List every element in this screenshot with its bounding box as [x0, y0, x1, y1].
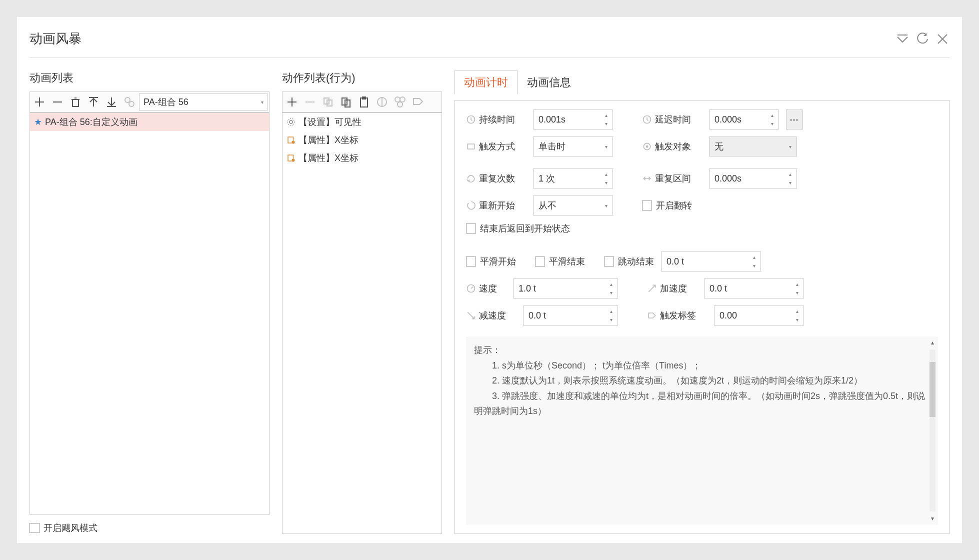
anim-toolbar: PA-组合 56 ▾: [30, 92, 270, 112]
action-copy-button: [320, 94, 336, 110]
move-up-button[interactable]: [85, 94, 102, 110]
bounce-end-checkbox[interactable]: 跳动结束: [604, 256, 654, 268]
spin-down[interactable]: ▾: [750, 262, 758, 270]
anim-target-value: PA-组合 56: [144, 96, 188, 108]
storm-mode-label: 开启飓风模式: [44, 522, 98, 534]
spin-up[interactable]: ▴: [602, 111, 610, 120]
remove-button[interactable]: [49, 94, 66, 110]
collapse-icon[interactable]: [896, 32, 910, 46]
spin-up[interactable]: ▴: [792, 280, 802, 288]
tabs: 动画计时 动画信息: [454, 70, 950, 94]
scroll-thumb[interactable]: [930, 362, 936, 417]
speed-input[interactable]: 1.0 t▴▾: [513, 278, 618, 298]
spin-up[interactable]: ▴: [750, 253, 758, 262]
target-select[interactable]: 无▾: [709, 136, 797, 156]
trigger-select[interactable]: 单击时▾: [533, 136, 613, 156]
svg-point-1: [125, 98, 130, 102]
spin-up[interactable]: ▴: [606, 307, 616, 316]
smooth-start-checkbox[interactable]: 平滑开始: [466, 256, 516, 268]
action-item-label: 【设置】可见性: [298, 116, 362, 128]
storm-mode-checkbox[interactable]: 开启飓风模式: [30, 522, 270, 534]
move-down-button[interactable]: [103, 94, 120, 110]
trigger-label: 触发方式: [479, 140, 515, 152]
gear-icon: [286, 118, 296, 126]
svg-point-23: [646, 146, 648, 148]
trigger-tag-input[interactable]: 0.00▴▾: [714, 306, 804, 326]
action-add-button[interactable]: [284, 94, 300, 110]
spin-down[interactable]: ▾: [792, 288, 802, 297]
spin-down[interactable]: ▾: [768, 120, 776, 128]
action-group-button: [392, 94, 408, 110]
tab-info[interactable]: 动画信息: [518, 70, 580, 94]
action-list-title: 动作列表(行为): [282, 70, 442, 86]
svg-point-18: [292, 159, 295, 162]
spin-down[interactable]: ▾: [602, 178, 610, 187]
action-dup-button[interactable]: [338, 94, 354, 110]
repeat-select[interactable]: 1 次▴▾: [533, 168, 613, 188]
spin-down[interactable]: ▾: [792, 316, 802, 324]
flip-checkbox[interactable]: 开启翻转: [642, 200, 692, 212]
accel-label: 加速度: [660, 282, 687, 294]
accel-input[interactable]: 0.0 t▴▾: [704, 278, 804, 298]
spin-up[interactable]: ▴: [768, 111, 776, 120]
property-icon: [286, 136, 296, 144]
action-list-item[interactable]: 【设置】可见性: [282, 113, 442, 131]
smooth-end-checkbox[interactable]: 平滑结束: [535, 256, 585, 268]
return-start-checkbox[interactable]: 结束后返回到开始状态: [466, 222, 570, 234]
action-paste-button[interactable]: [356, 94, 372, 110]
decel-icon: [466, 310, 476, 320]
repeat-label: 重复次数: [479, 172, 515, 184]
spin-up[interactable]: ▴: [602, 170, 610, 178]
tab-timing[interactable]: 动画计时: [454, 70, 518, 94]
spin-up[interactable]: ▴: [786, 170, 794, 178]
scroll-down-icon[interactable]: ▾: [931, 514, 934, 524]
svg-rect-0: [72, 100, 78, 106]
repeat-icon: [466, 174, 476, 184]
delay-label: 延迟时间: [655, 114, 691, 126]
anim-listbox[interactable]: ★ PA-组合 56:自定义动画: [30, 112, 270, 515]
decel-input[interactable]: 0.0 t▴▾: [523, 306, 618, 326]
delete-button[interactable]: [67, 94, 84, 110]
link-button: [121, 94, 138, 110]
svg-point-10: [395, 97, 400, 102]
duration-input[interactable]: 0.001s▴▾: [533, 110, 613, 130]
timing-panel: 持续时间 0.001s▴▾ 延迟时间 0.000s▴▾ ⋯ 触发方式 单击时▾ …: [454, 100, 950, 534]
delay-input[interactable]: 0.000s▴▾: [709, 110, 779, 130]
scroll-up-icon[interactable]: ▴: [931, 338, 934, 348]
spin-down[interactable]: ▾: [602, 120, 610, 128]
target-icon: [642, 142, 652, 152]
action-half-button: [374, 94, 390, 110]
close-icon[interactable]: [936, 32, 950, 46]
add-button[interactable]: [31, 94, 48, 110]
svg-point-13: [290, 120, 292, 124]
animation-storm-dialog: 动画风暴 动画列表 PA-组合 56 ▾: [17, 17, 962, 543]
bounce-end-input[interactable]: 0.0 t▴▾: [661, 252, 761, 272]
svg-rect-21: [468, 144, 474, 149]
restart-label: 重新开始: [479, 200, 515, 212]
repeat-interval-input[interactable]: 0.000s▴▾: [709, 168, 797, 188]
spin-down[interactable]: ▾: [786, 178, 794, 187]
anim-list-item[interactable]: ★ PA-组合 56:自定义动画: [30, 113, 269, 131]
spin-up[interactable]: ▴: [792, 307, 802, 316]
hint-line: 3. 弹跳强度、加速度和减速的单位均为t，是相对动画时间的倍率。（如动画时间2s…: [474, 388, 930, 419]
svg-point-12: [398, 102, 402, 107]
hint-line: 1. s为单位秒（Second）； t为单位倍率（Times）；: [474, 358, 930, 374]
action-list-item[interactable]: 【属性】X坐标: [282, 131, 442, 149]
hint-title: 提示：: [474, 342, 930, 358]
spin-up[interactable]: ▴: [606, 280, 616, 288]
refresh-icon[interactable]: [916, 32, 930, 46]
hint-scrollbar[interactable]: ▴ ▾: [928, 338, 937, 524]
restart-select[interactable]: 从不▾: [533, 196, 613, 216]
star-icon: ★: [34, 116, 42, 128]
dialog-header: 动画风暴: [30, 26, 950, 58]
bounce-end-label: 跳动结束: [618, 256, 654, 268]
delay-more-button[interactable]: ⋯: [786, 110, 803, 130]
action-tag-button: [410, 94, 426, 110]
clock-icon: [642, 114, 652, 124]
anim-target-combo[interactable]: PA-组合 56 ▾: [139, 94, 268, 110]
spin-down[interactable]: ▾: [606, 316, 616, 324]
action-list-item[interactable]: 【属性】X坐标: [282, 149, 442, 167]
action-listbox[interactable]: 【设置】可见性 【属性】X坐标 【属性】X坐标: [282, 112, 442, 534]
spin-down[interactable]: ▾: [606, 288, 616, 297]
tag-icon: [647, 310, 657, 320]
